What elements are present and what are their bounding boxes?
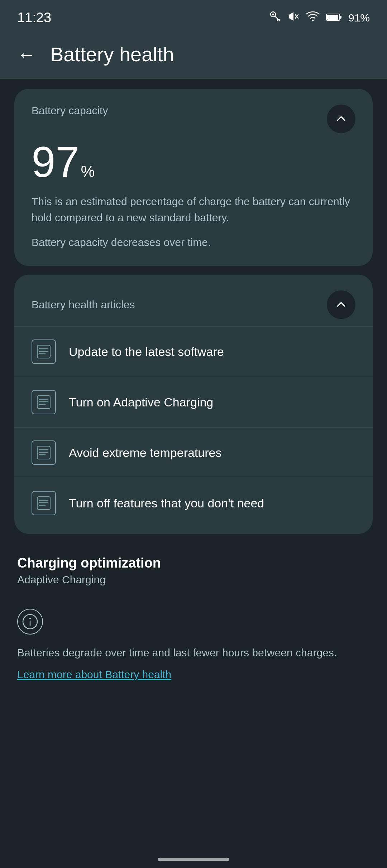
- toolbar: ← Battery health: [0, 31, 387, 79]
- svg-rect-10: [340, 16, 341, 19]
- article-item-2[interactable]: Turn on Adaptive Charging: [14, 377, 373, 427]
- battery-icon: [326, 12, 342, 24]
- card-header: Battery capacity: [32, 105, 355, 133]
- article-icon-4: [32, 491, 56, 515]
- battery-percent: 91%: [348, 12, 370, 24]
- status-icons: 91%: [269, 10, 370, 25]
- svg-point-1: [272, 14, 274, 15]
- info-section: Batteries degrade over time and last few…: [0, 597, 387, 692]
- key-icon: [269, 11, 281, 25]
- status-bar: 11:23: [0, 0, 387, 31]
- wifi-icon: [306, 11, 320, 24]
- article-icon-2: [32, 390, 56, 414]
- article-text-2: Turn on Adaptive Charging: [69, 395, 213, 409]
- collapse-button[interactable]: [327, 105, 355, 133]
- info-icon: [17, 609, 43, 635]
- info-body-text: Batteries degrade over time and last few…: [17, 645, 370, 661]
- charging-optimization-title: Charging optimization: [0, 544, 387, 574]
- capacity-description-2: Battery capacity decreases over time.: [32, 234, 355, 250]
- articles-collapse-button[interactable]: [327, 290, 355, 319]
- status-time: 11:23: [17, 10, 51, 25]
- article-text-1: Update to the latest software: [69, 345, 224, 359]
- main-content: Battery capacity 97 % This is an estimat…: [0, 79, 387, 544]
- charging-optimization-subtitle: Adaptive Charging: [0, 574, 387, 597]
- battery-capacity-card: Battery capacity 97 % This is an estimat…: [14, 89, 373, 266]
- mute-icon: [287, 10, 300, 25]
- page-title: Battery health: [50, 43, 174, 66]
- article-text-3: Avoid extreme temperatures: [69, 446, 221, 460]
- capacity-value: 97 %: [32, 140, 355, 183]
- info-link[interactable]: Learn more about Battery health: [17, 669, 171, 680]
- articles-card-header: Battery health articles: [14, 290, 373, 326]
- article-text-4: Turn off features that you don't need: [69, 496, 264, 510]
- articles-label: Battery health articles: [32, 299, 135, 311]
- capacity-unit: %: [81, 163, 95, 180]
- charging-optimization-section: Charging optimization Adaptive Charging: [0, 544, 387, 597]
- back-button[interactable]: ←: [17, 45, 36, 64]
- capacity-number: 97: [32, 140, 79, 183]
- svg-point-7: [312, 20, 314, 21]
- home-indicator: [158, 858, 229, 861]
- svg-point-29: [29, 618, 31, 619]
- battery-capacity-label: Battery capacity: [32, 105, 108, 117]
- svg-rect-9: [327, 15, 338, 20]
- article-item-4[interactable]: Turn off features that you don't need: [14, 478, 373, 528]
- article-item-1[interactable]: Update to the latest software: [14, 326, 373, 377]
- article-icon-3: [32, 440, 56, 465]
- capacity-description-1: This is an estimated percentage of charg…: [32, 193, 355, 226]
- battery-articles-card: Battery health articles Update to the la…: [14, 275, 373, 534]
- article-icon-1: [32, 339, 56, 364]
- article-item-3[interactable]: Avoid extreme temperatures: [14, 427, 373, 478]
